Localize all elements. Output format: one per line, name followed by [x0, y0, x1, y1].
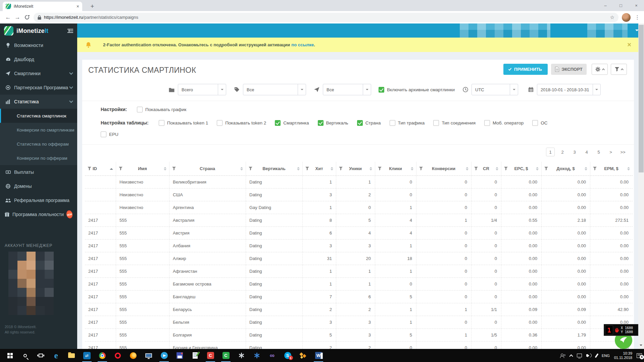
funnel-icon[interactable] — [593, 167, 597, 170]
funnel-icon[interactable] — [88, 167, 91, 170]
sidebar-subitem-3[interactable]: Конверсии по офферам — [0, 151, 77, 165]
funnel-icon[interactable] — [474, 167, 478, 170]
taskbar-teamviewer-icon[interactable]: ⇄ — [79, 349, 95, 362]
tray-chevron-up-icon[interactable] — [569, 354, 573, 358]
sidebar-item-0[interactable]: Возможности — [0, 38, 77, 52]
page-button-5[interactable]: 5 — [594, 148, 603, 156]
taskbar-opera-icon[interactable] — [110, 349, 126, 362]
network-icon[interactable] — [577, 354, 582, 357]
back-button[interactable]: ← — [3, 13, 13, 22]
bookmark-star-icon[interactable]: ☆ — [610, 14, 614, 20]
people-icon[interactable] — [560, 354, 565, 358]
sidebar-subitem-0[interactable]: Статистика смартлинок — [0, 109, 77, 123]
checkbox[interactable] — [159, 120, 164, 126]
page-button->[interactable]: > — [606, 148, 615, 156]
funnel-icon[interactable] — [172, 167, 176, 170]
taskbar-visual-studio-icon[interactable]: ∞ — [264, 349, 280, 362]
sidebar-item-1[interactable]: Дашборд — [0, 52, 77, 66]
taskbar-backup-icon[interactable] — [172, 349, 187, 362]
scrollbar-down-arrow-icon[interactable] — [640, 345, 642, 347]
column-header-Хит[interactable]: Хит — [303, 162, 336, 175]
column-header-CR[interactable]: CR — [472, 162, 501, 175]
page-button-2[interactable]: 2 — [558, 148, 567, 156]
table-settings-button[interactable] — [592, 64, 608, 75]
column-header-Уники[interactable]: Уники — [336, 162, 375, 175]
taskbar-word-icon[interactable]: W — [311, 349, 326, 362]
funnel-icon[interactable] — [339, 167, 343, 170]
funnel-icon[interactable] — [544, 167, 548, 170]
export-button[interactable]: ЭКСПОРТ — [551, 64, 587, 75]
taskbar-search-icon[interactable] — [17, 349, 33, 362]
checkbox[interactable] — [318, 120, 324, 126]
column-header-Вертикаль[interactable]: Вертикаль — [246, 162, 303, 175]
page-button-1[interactable]: 1 — [546, 148, 555, 156]
sidebar-logo[interactable]: iMonetizeIt — [0, 23, 77, 38]
timezone-dropdown[interactable]: UTC — [472, 84, 518, 95]
taskbar-task-view-icon[interactable] — [33, 349, 48, 362]
archive-checkbox[interactable] — [379, 87, 384, 93]
column-header-Конверсии[interactable]: Конверсии — [416, 162, 472, 175]
sidebar-bottom-item-0[interactable]: Выплаты — [0, 165, 77, 179]
sidebar-item-4[interactable]: Статистика — [0, 95, 77, 109]
page-button-4[interactable]: 4 — [582, 148, 591, 156]
column-header-Имя[interactable]: Имя — [116, 162, 169, 175]
checkbox[interactable] — [433, 120, 439, 126]
tags-filter-dropdown[interactable]: Все — [243, 84, 306, 95]
sidebar-item-3[interactable]: Партнерская Программа — [0, 81, 77, 95]
checkbox[interactable] — [484, 120, 490, 126]
column-header-EPC, $[interactable]: EPC, $ — [501, 162, 542, 175]
sidebar-bottom-item-3[interactable]: Программа лояльностиNEW — [0, 207, 77, 221]
checkbox[interactable] — [217, 120, 222, 126]
action-center-icon[interactable]: 6 — [637, 353, 642, 358]
column-header-Страна[interactable]: Страна — [169, 162, 246, 175]
new-tab-button[interactable]: + — [88, 2, 97, 11]
taskbar-skype-icon[interactable]: S1 — [280, 349, 295, 362]
taskbar-notepad-icon[interactable] — [187, 349, 203, 362]
taskbar-app-green-c-icon[interactable]: C — [218, 349, 234, 362]
volume-icon[interactable] — [586, 354, 592, 357]
page-button-3[interactable]: 3 — [570, 148, 579, 156]
browser-profile-avatar[interactable] — [622, 13, 631, 22]
clock[interactable]: 10:39 01.11.2018 — [614, 351, 632, 360]
funnel-icon[interactable] — [249, 167, 252, 170]
taskbar-spinner-blue-icon[interactable] — [249, 349, 264, 362]
page-scrollbar[interactable] — [638, 23, 644, 349]
page-button->>[interactable]: >> — [618, 148, 627, 156]
sidebar-item-2[interactable]: Смартлинки — [0, 66, 77, 81]
sidebar-subitem-2[interactable]: Статистика по офферам — [0, 137, 77, 151]
column-header-EPM, $[interactable]: EPM, $ — [590, 162, 633, 175]
forward-button[interactable]: → — [13, 13, 22, 22]
funnel-icon[interactable] — [419, 167, 423, 170]
checkbox[interactable] — [275, 120, 281, 126]
column-header-Доход, $[interactable]: Доход, $ — [542, 162, 590, 175]
scrollbar-thumb[interactable] — [639, 25, 644, 172]
taskbar-edge-icon[interactable]: e — [48, 349, 64, 362]
sidebar-bottom-item-2[interactable]: Реферальная программа — [0, 193, 77, 207]
window-minimize-button[interactable]: – — [598, 0, 613, 11]
reload-button[interactable] — [22, 13, 32, 22]
funnel-icon[interactable] — [504, 167, 508, 170]
browser-tab[interactable]: iMonetizeIt × — [3, 2, 82, 11]
pen-icon[interactable] — [595, 353, 598, 358]
taskbar-spinner-gray-icon[interactable] — [234, 349, 249, 362]
language-indicator[interactable]: ENG — [602, 354, 610, 358]
funnel-icon[interactable] — [305, 167, 309, 170]
checkbox[interactable] — [532, 120, 538, 126]
sidebar-bottom-item-1[interactable]: Домены — [0, 179, 77, 193]
checkbox[interactable] — [137, 107, 143, 112]
filters-toggle-button[interactable] — [611, 64, 627, 75]
apply-button[interactable]: ПРИМЕНИТЬ — [503, 64, 548, 75]
taskbar-chrome-icon[interactable] — [95, 349, 110, 362]
taskbar-loyalty-stars-icon[interactable] — [295, 349, 311, 362]
alert-close-icon[interactable]: × — [627, 41, 631, 49]
funnel-icon[interactable] — [378, 167, 382, 170]
group-filter-dropdown[interactable]: Всего — [178, 84, 226, 95]
smartlink-filter-dropdown[interactable]: Все — [323, 84, 371, 95]
taskbar-explorer-icon[interactable] — [64, 349, 79, 362]
checkbox[interactable] — [101, 132, 106, 137]
address-bar[interactable]: https://imonetizeit.ru/partner/statistic… — [34, 13, 618, 22]
tab-close-icon[interactable]: × — [77, 4, 79, 9]
taskbar-app-red-c-icon[interactable]: C — [203, 349, 218, 362]
taskbar-start-icon[interactable] — [2, 349, 17, 362]
checkbox[interactable] — [390, 120, 395, 126]
